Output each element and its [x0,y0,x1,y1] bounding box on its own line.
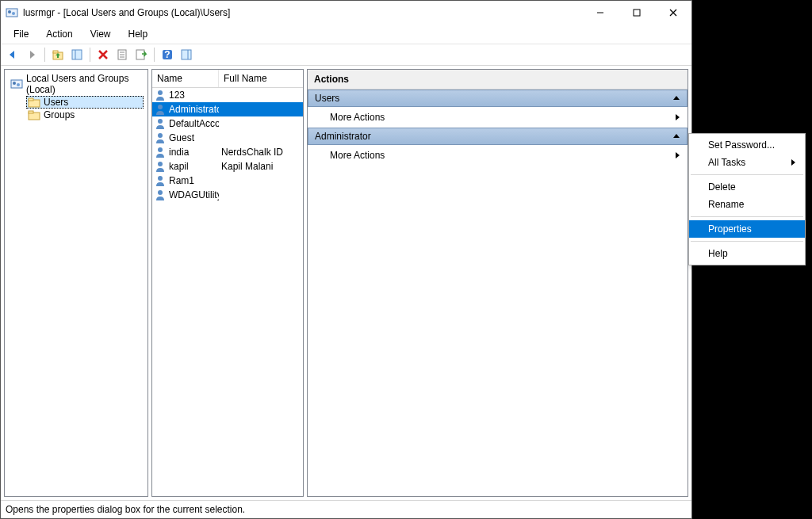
svg-rect-28 [29,111,33,113]
action-label: More Actions [330,150,385,161]
svg-point-33 [158,119,163,124]
user-row[interactable]: indiaNerdsChalk ID [152,145,303,159]
chevron-right-icon [675,113,681,121]
maximize-button[interactable] [619,1,655,25]
user-name: kapil [169,161,189,172]
delete-button[interactable] [94,46,112,63]
user-icon [154,132,167,144]
column-header-fullname[interactable]: Full Name [219,70,303,87]
folder-icon [28,97,40,108]
user-row[interactable]: Guest [152,131,303,145]
action-section-label: Users [315,93,339,104]
ctx-label: Help [708,248,728,259]
action-section-users[interactable]: Users [308,90,688,107]
user-name: Guest [169,132,194,143]
ctx-separator [691,174,803,175]
user-icon [154,117,167,130]
svg-rect-4 [634,10,640,16]
ctx-delete[interactable]: Delete [689,178,805,196]
ctx-set-password[interactable]: Set Password... [689,136,805,154]
app-icon [6,6,18,19]
actions-pane: Actions Users More Actions Administrator… [307,69,688,497]
action-more-users[interactable]: More Actions [308,107,688,128]
tree-node-label: Groups [44,109,75,120]
svg-point-24 [17,83,20,86]
ctx-label: Set Password... [708,139,775,151]
toolbar-separator [154,48,155,62]
status-bar: Opens the properties dialog box for the … [1,500,691,518]
show-hide-action-pane-button[interactable] [178,46,195,63]
list-pane: Name Full Name 123AdministratorDefaultAc… [151,69,304,497]
main-window: lusrmgr - [Local Users and Groups (Local… [0,0,692,519]
svg-rect-9 [72,50,82,59]
user-icon [154,174,167,187]
tree-node-groups[interactable]: Groups [26,109,144,121]
ctx-label: Properties [708,223,752,235]
user-row[interactable]: WDAGUtility... [152,188,303,202]
action-section-administrator[interactable]: Administrator [308,128,688,145]
status-text: Opens the properties dialog box for the … [6,504,245,515]
list-header: Name Full Name [152,70,303,88]
user-row[interactable]: DefaultAcco... [152,116,303,131]
groups-root-icon [10,78,23,90]
user-name: WDAGUtility... [169,189,219,200]
user-name: india [169,147,189,158]
svg-rect-22 [11,80,22,88]
ctx-all-tasks[interactable]: All Tasks [689,154,805,171]
svg-point-29 [158,90,163,95]
tree-node-label: Users [44,97,68,108]
user-icon [154,146,167,158]
menubar: File Action View Help [1,25,691,44]
ctx-separator [691,241,803,242]
menu-view[interactable]: View [82,26,119,42]
list-body: 123AdministratorDefaultAcco...Guestindia… [152,88,303,496]
svg-point-35 [158,133,163,138]
user-row[interactable]: 123 [152,88,303,102]
action-more-admin[interactable]: More Actions [308,145,688,166]
menu-action[interactable]: Action [38,26,80,42]
show-hide-console-tree-button[interactable] [68,46,86,63]
titlebar: lusrmgr - [Local Users and Groups (Local… [1,1,691,25]
svg-rect-20 [182,50,191,59]
ctx-help[interactable]: Help [689,245,805,262]
user-icon [154,189,167,201]
toolbar-separator [90,48,90,62]
export-list-button[interactable] [132,46,150,63]
help-button[interactable]: ? [159,46,176,63]
svg-text:?: ? [164,49,170,60]
minimize-button[interactable] [582,1,619,25]
window-title: lusrmgr - [Local Users and Groups (Local… [23,7,230,18]
context-menu: Set Password... All Tasks Delete Rename … [688,133,806,265]
user-row[interactable]: Ram1 [152,174,303,188]
svg-rect-26 [29,98,33,101]
menu-help[interactable]: Help [121,26,156,42]
up-button[interactable] [49,46,67,63]
ctx-label: All Tasks [708,157,745,168]
close-button[interactable] [655,1,691,25]
back-button[interactable] [4,46,21,63]
actions-header: Actions [308,70,688,90]
user-row[interactable]: kapilKapil Malani [152,159,303,174]
menu-file[interactable]: File [6,26,36,42]
tree-pane: Local Users and Groups (Local) Users Gro… [4,69,148,497]
user-row[interactable]: Administrator [152,102,303,116]
action-section-label: Administrator [315,131,371,142]
properties-button[interactable] [113,46,131,63]
ctx-properties[interactable]: Properties [689,220,805,238]
chevron-right-icon [791,158,797,166]
column-header-name[interactable]: Name [152,70,219,87]
user-fullname: NerdsChalk ID [219,147,303,158]
user-name: Ram1 [169,175,194,186]
svg-rect-8 [53,51,58,53]
tree-root[interactable]: Local Users and Groups (Local) [9,72,144,96]
svg-point-31 [158,105,163,109]
collapse-icon [672,94,680,102]
user-name: 123 [169,90,185,101]
user-icon [154,103,167,116]
forward-button[interactable] [23,46,40,63]
ctx-rename[interactable]: Rename [689,196,805,213]
toolbar: ? [1,44,691,66]
tree-node-users[interactable]: Users [26,96,144,109]
svg-point-1 [8,10,11,13]
tree-root-label: Local Users and Groups (Local) [26,73,142,95]
